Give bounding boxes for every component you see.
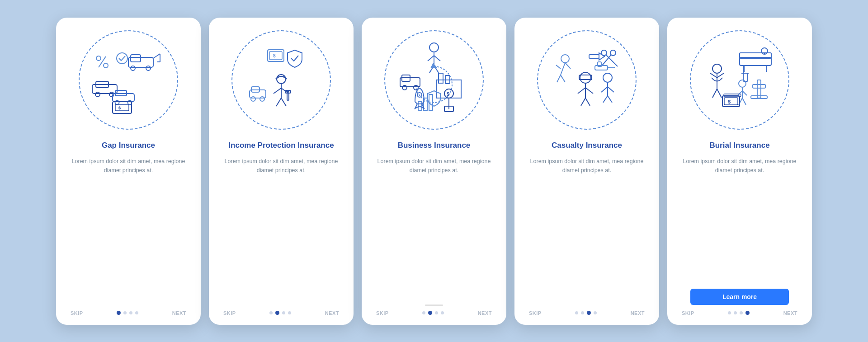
burial-insurance-screen: $ Burial Insurance Lorem ipsum dolor sit…	[667, 18, 812, 325]
income-next-button[interactable]: NEXT	[325, 310, 339, 316]
income-protection-body: Lorem ipsum dolor sit dim amet, mea regi…	[220, 157, 343, 302]
learn-more-button[interactable]: Learn more	[690, 289, 789, 305]
dot-2	[123, 311, 127, 314]
dot-3	[587, 311, 591, 315]
dot-1	[422, 311, 425, 314]
svg-line-65	[578, 88, 585, 94]
svg-line-39	[428, 56, 434, 61]
svg-point-9	[95, 92, 100, 97]
burial-insurance-illustration: $	[690, 30, 789, 130]
screens-container: $ Gap Insurance Lorem ipsum dolor sit di…	[56, 18, 812, 325]
gap-insurance-illustration: $	[79, 30, 178, 130]
dot-4	[288, 311, 291, 314]
casualty-insurance-screen: Casualty Insurance Lorem ipsum dolor sit…	[514, 18, 659, 325]
svg-line-86	[601, 87, 608, 92]
income-protection-title: Income Protection Insurance	[228, 141, 334, 150]
svg-line-66	[585, 88, 593, 94]
svg-rect-23	[269, 52, 282, 60]
income-protection-illustration: $	[231, 30, 331, 130]
burial-dots	[728, 311, 750, 315]
svg-line-107	[738, 91, 742, 95]
dot-1	[728, 311, 731, 314]
svg-point-16	[104, 63, 108, 68]
casualty-insurance-nav: SKIP NEXT	[525, 310, 648, 316]
svg-point-90	[712, 64, 722, 73]
casualty-dots	[575, 311, 597, 315]
gap-next-button[interactable]: NEXT	[172, 310, 186, 316]
svg-line-40	[434, 56, 440, 61]
business-insurance-nav: SKIP NEXT	[373, 310, 495, 316]
gap-dots	[117, 311, 138, 315]
dot-4	[745, 311, 750, 315]
casualty-insurance-illustration	[537, 30, 637, 130]
svg-point-84	[603, 73, 612, 82]
svg-point-69	[561, 55, 569, 63]
svg-line-29	[276, 98, 281, 106]
svg-text:$: $	[728, 99, 731, 104]
dot-2	[581, 311, 584, 314]
svg-line-71	[565, 63, 571, 69]
income-protection-screen: $	[209, 18, 354, 325]
casualty-next-button[interactable]: NEXT	[631, 310, 645, 316]
dot-1	[575, 311, 578, 314]
svg-line-87	[608, 87, 614, 92]
svg-point-35	[251, 97, 255, 101]
svg-point-46	[402, 85, 407, 90]
dot-4	[594, 311, 597, 314]
svg-point-13	[115, 100, 119, 104]
gap-insurance-nav: SKIP NEXT	[67, 310, 190, 316]
svg-line-68	[585, 98, 590, 106]
business-insurance-screen: $ Business Insurance Lorem ip	[362, 18, 506, 325]
burial-insurance-title: Burial Insurance	[709, 141, 769, 150]
gap-skip-button[interactable]: SKIP	[71, 310, 83, 316]
income-skip-button[interactable]: SKIP	[223, 310, 236, 316]
burial-skip-button[interactable]: SKIP	[682, 310, 694, 316]
svg-line-77	[606, 55, 618, 66]
svg-point-2	[131, 66, 135, 70]
svg-point-3	[146, 66, 151, 70]
dot-3	[435, 311, 438, 314]
dot-1	[269, 311, 273, 314]
svg-rect-20	[115, 104, 129, 111]
svg-line-94	[712, 89, 717, 98]
gap-insurance-screen: $ Gap Insurance Lorem ipsum dolor sit di…	[56, 18, 201, 325]
svg-line-67	[581, 98, 585, 106]
svg-text:$: $	[447, 91, 449, 97]
dot-4	[135, 311, 138, 314]
dot-3	[282, 311, 285, 314]
business-separator	[425, 305, 443, 306]
svg-line-73	[557, 75, 561, 82]
dot-2	[734, 311, 737, 314]
svg-line-110	[742, 98, 746, 105]
svg-line-72	[556, 65, 561, 69]
business-insurance-illustration: $	[384, 30, 484, 130]
svg-point-61	[580, 72, 591, 83]
business-next-button[interactable]: NEXT	[478, 310, 492, 316]
svg-line-95	[717, 89, 722, 98]
dot-3	[129, 311, 132, 314]
casualty-skip-button[interactable]: SKIP	[529, 310, 542, 316]
svg-line-89	[608, 96, 612, 103]
svg-line-30	[281, 98, 286, 106]
burial-insurance-nav: SKIP NEXT	[678, 310, 801, 316]
svg-text:$: $	[273, 53, 276, 58]
svg-rect-49	[439, 73, 443, 83]
svg-rect-62	[579, 75, 592, 80]
gap-insurance-title: Gap Insurance	[102, 141, 155, 150]
svg-rect-112	[724, 98, 738, 105]
svg-line-17	[99, 56, 106, 67]
gap-insurance-body: Lorem ipsum dolor sit dim amet, mea regi…	[67, 157, 190, 302]
svg-rect-117	[751, 96, 767, 98]
svg-line-74	[561, 75, 565, 82]
svg-point-15	[96, 56, 101, 61]
dot-2	[275, 311, 279, 315]
burial-next-button[interactable]: NEXT	[783, 310, 797, 316]
income-dots	[269, 311, 291, 315]
svg-line-70	[561, 63, 565, 75]
svg-line-88	[603, 96, 608, 103]
burial-insurance-body: Lorem ipsum dolor sit dim amet, mea regi…	[678, 157, 801, 281]
business-insurance-title: Business Insurance	[398, 141, 471, 150]
dot-4	[441, 311, 444, 314]
dot-1	[117, 311, 121, 315]
business-skip-button[interactable]: SKIP	[376, 310, 389, 316]
